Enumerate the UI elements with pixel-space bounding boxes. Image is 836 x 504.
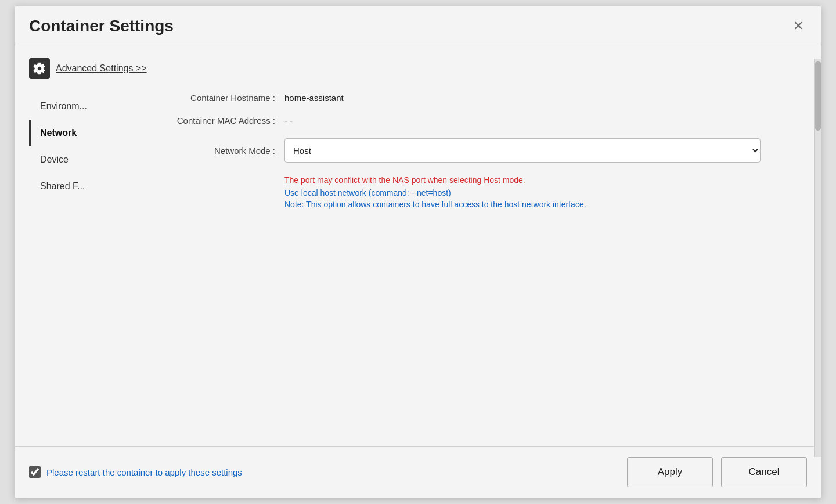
container-settings-dialog: Container Settings ✕ Advanced Settings >… <box>15 6 821 498</box>
footer-buttons: Apply Cancel <box>627 457 807 487</box>
restart-checkbox[interactable] <box>29 466 41 478</box>
scrollbar-thumb <box>815 61 821 131</box>
dialog-footer: Please restart the container to apply th… <box>15 446 821 498</box>
mac-address-value: - - <box>284 116 293 125</box>
apply-button[interactable]: Apply <box>627 457 713 487</box>
hostname-value: home-assistant <box>284 93 344 103</box>
network-mode-label: Network Mode : <box>145 146 284 156</box>
content-area: Environm... Network Device Shared F... C… <box>29 93 807 446</box>
gear-icon <box>29 58 50 79</box>
gear-svg <box>33 62 46 75</box>
main-content: Container Hostname : home-assistant Cont… <box>134 93 807 446</box>
sidebar-item-environment[interactable]: Environm... <box>29 93 134 120</box>
note1-text: Use local host network (command: --net=h… <box>284 188 807 197</box>
cancel-button[interactable]: Cancel <box>721 457 807 487</box>
close-button[interactable]: ✕ <box>790 19 807 34</box>
sidebar-item-shared-folder[interactable]: Shared F... <box>29 173 134 200</box>
info-block: The port may conflict with the NAS port … <box>284 175 807 209</box>
warning-text: The port may conflict with the NAS port … <box>284 175 807 185</box>
dialog-title: Container Settings <box>29 17 174 35</box>
advanced-settings-row: Advanced Settings >> <box>29 58 807 79</box>
sidebar-item-network[interactable]: Network <box>29 120 134 146</box>
restart-label: Please restart the container to apply th… <box>46 467 242 477</box>
sidebar: Environm... Network Device Shared F... <box>29 93 134 446</box>
mac-address-label: Container MAC Address : <box>145 116 284 125</box>
network-mode-row: Network Mode : Host Bridge None <box>145 138 807 163</box>
dialog-body: Advanced Settings >> Environm... Network… <box>15 44 821 446</box>
footer-left: Please restart the container to apply th… <box>29 466 242 478</box>
dialog-header: Container Settings ✕ <box>15 6 821 44</box>
sidebar-item-device[interactable]: Device <box>29 146 134 173</box>
hostname-row: Container Hostname : home-assistant <box>145 93 807 103</box>
note2-text: Note: This option allows containers to h… <box>284 200 807 209</box>
advanced-settings-link[interactable]: Advanced Settings >> <box>56 63 147 74</box>
scrollbar[interactable] <box>814 59 821 457</box>
mac-address-row: Container MAC Address : - - <box>145 116 807 125</box>
network-mode-select[interactable]: Host Bridge None <box>284 138 761 163</box>
hostname-label: Container Hostname : <box>145 93 284 103</box>
